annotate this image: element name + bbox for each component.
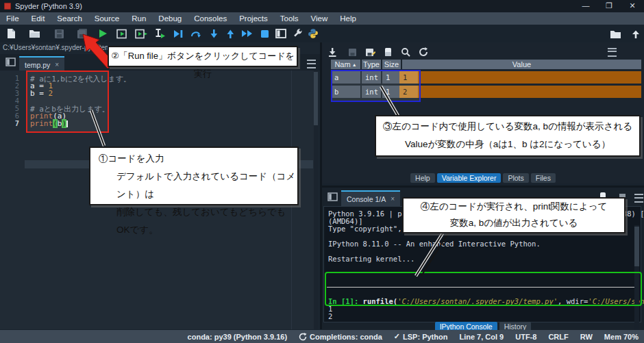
console-pane-menu-icon[interactable] — [327, 192, 338, 201]
annotation-blue-box — [331, 70, 421, 102]
callout-step3-line1: ③左のコード内で使用している変数a, bの情報が表示される — [376, 118, 639, 136]
menu-projects[interactable]: Projects — [233, 12, 274, 25]
step-over-icon[interactable] — [189, 27, 203, 40]
eol-status: CRLF — [548, 333, 568, 341]
menu-file[interactable]: File — [0, 12, 25, 25]
debug-file-icon[interactable] — [171, 27, 185, 40]
run-cell-icon[interactable] — [115, 27, 129, 40]
variable-explorer-options-icon[interactable] — [606, 47, 618, 58]
column-header-type[interactable]: Type — [362, 60, 381, 69]
menu-tools[interactable]: Tools — [274, 12, 305, 25]
open-file-icon[interactable] — [27, 27, 41, 40]
close-button[interactable]: ✕ — [621, 0, 644, 12]
menu-bar: File Edit Search Source Run Debug Consol… — [0, 12, 644, 25]
callout-step1-line3: 削除しても、残しておいてもどちらでもOKです。 — [90, 203, 297, 239]
tab-console-1a[interactable]: Console 1/A × — [341, 190, 400, 206]
continue-icon[interactable] — [240, 27, 253, 40]
column-header-size[interactable]: Size — [382, 60, 401, 69]
save-data-as-icon[interactable] — [364, 47, 376, 58]
console-banner: IPython 8.11.0 -- An enhanced Interactiv… — [328, 240, 541, 248]
lsp-status[interactable]: ✓ LSP: Python — [394, 332, 448, 341]
callout-step4-line2: 変数a, bの値が出力されている — [404, 215, 624, 231]
status-bar: conda: py39 (Python 3.9.16) Completions:… — [0, 330, 644, 343]
step-into-icon[interactable] — [207, 27, 221, 40]
menu-consoles[interactable]: Consoles — [188, 12, 233, 25]
menu-source[interactable]: Source — [88, 12, 125, 25]
window-title: Spyder (Python 3.9) — [15, 2, 82, 10]
callout-step3-line2: Valueが変数の中身（aは1、b は2になっている） — [376, 136, 639, 153]
console-output: 2 — [328, 312, 332, 320]
tab-files[interactable]: Files — [531, 173, 556, 183]
cell-value-fill[interactable] — [418, 71, 641, 84]
column-header-value[interactable]: Value — [402, 60, 641, 69]
parent-directory-icon[interactable] — [629, 27, 643, 41]
editor-pane-menu-icon[interactable] — [5, 58, 16, 66]
completions-cycle-icon — [299, 333, 307, 341]
refresh-icon[interactable] — [417, 47, 430, 58]
menu-debug[interactable]: Debug — [152, 12, 188, 25]
cursor-position-status: Line 7, Col 9 — [459, 333, 504, 341]
tab-console-1a-label: Console 1/A — [347, 195, 386, 203]
completions-status[interactable]: Completions: conda — [299, 333, 382, 341]
spyder-window: Spyder (Python 3.9) — ❐ ✕ File Edit Sear… — [0, 0, 644, 343]
tab-close-icon[interactable]: × — [55, 61, 59, 68]
console-status: Restarting kernel... — [328, 255, 414, 263]
save-icon[interactable] — [52, 27, 66, 40]
console-options-icon[interactable] — [634, 194, 643, 203]
tab-plots[interactable]: Plots — [503, 173, 528, 183]
run-file-icon[interactable] — [96, 27, 110, 40]
spyder-logo-icon — [4, 3, 11, 10]
menu-help[interactable]: Help — [334, 12, 362, 25]
tab-help[interactable]: Help — [410, 173, 435, 183]
tab-temp-py[interactable]: temp.py × — [19, 56, 64, 72]
minimize-button[interactable]: — — [574, 0, 597, 12]
search-icon[interactable] — [399, 47, 412, 58]
tab-temp-py-label: temp.py — [25, 61, 50, 69]
encoding-status: UTF-8 — [515, 333, 536, 341]
console-tab-close-icon[interactable]: × — [391, 195, 395, 203]
menu-run[interactable]: Run — [125, 12, 152, 25]
check-icon: ✓ — [394, 332, 400, 341]
title-bar: Spyder (Python 3.9) — ❐ ✕ — [0, 0, 644, 12]
maximize-button[interactable]: ❐ — [597, 0, 621, 12]
readwrite-status: RW — [580, 333, 593, 341]
callout-step3: ③左のコード内で使用している変数a, bの情報が表示される Valueが変数の中… — [375, 115, 641, 157]
new-file-icon[interactable] — [4, 27, 18, 40]
column-header-name[interactable]: Nam▲ — [331, 60, 360, 69]
menu-view[interactable]: View — [305, 12, 334, 25]
main-toolbar: C:¥Users¥sontan¥.spyder-py3 ▾ — [0, 25, 644, 42]
variable-explorer-pane: Nam▲ Type Size Value a int 1 1 b int 1 2 — [322, 42, 644, 183]
import-data-icon[interactable] — [326, 47, 338, 58]
sort-ascending-icon: ▲ — [352, 62, 357, 67]
editor-scrollbar-thumb[interactable] — [314, 72, 318, 125]
callout-step2: ②「Run file」ボタンをクリックしてコードを実行 — [108, 46, 298, 67]
python-environment-icon[interactable] — [306, 27, 320, 40]
right-pane-tabs: Help Variable Explorer Plots Files — [322, 173, 644, 183]
run-selection-icon[interactable] — [153, 27, 167, 40]
annotation-green-box — [325, 272, 642, 306]
console-scrollbar-thumb[interactable] — [634, 227, 639, 266]
menu-search[interactable]: Search — [51, 12, 88, 25]
tab-variable-explorer[interactable]: Variable Explorer — [437, 173, 501, 183]
line-number-current: 7 — [0, 119, 19, 127]
callout-step4: ④左のコードが実行され、print関数によって 変数a, bの値が出力されている — [402, 197, 626, 233]
save-data-icon[interactable] — [346, 47, 358, 58]
save-all-icon[interactable] — [75, 27, 89, 40]
cell-value-fill[interactable] — [418, 86, 641, 98]
callout-step1-line2: デフォルトで入力されているコード（コメント）は — [90, 168, 297, 203]
remove-variables-icon[interactable] — [382, 47, 394, 58]
browse-directory-icon[interactable] — [608, 27, 622, 41]
menu-edit[interactable]: Edit — [25, 12, 51, 25]
conda-environment-status[interactable]: conda: py39 (Python 3.9.16) — [188, 333, 287, 341]
annotation-red-box — [26, 71, 109, 133]
callout-step1-line1: ①コードを入力 — [90, 150, 297, 168]
preferences-wrench-icon[interactable] — [290, 27, 304, 40]
step-out-icon[interactable] — [223, 27, 237, 40]
memory-status: Mem 70% — [604, 333, 639, 341]
stop-icon[interactable] — [258, 27, 271, 40]
callout-step4-line1: ④左のコードが実行され、print関数によって — [404, 199, 624, 215]
maximize-pane-icon[interactable] — [274, 27, 288, 40]
run-cell-advance-icon[interactable] — [134, 27, 148, 40]
callout-step1: ①コードを入力 デフォルトで入力されているコード（コメント）は 削除しても、残し… — [89, 147, 299, 205]
editor-options-menu-icon[interactable] — [307, 60, 316, 68]
